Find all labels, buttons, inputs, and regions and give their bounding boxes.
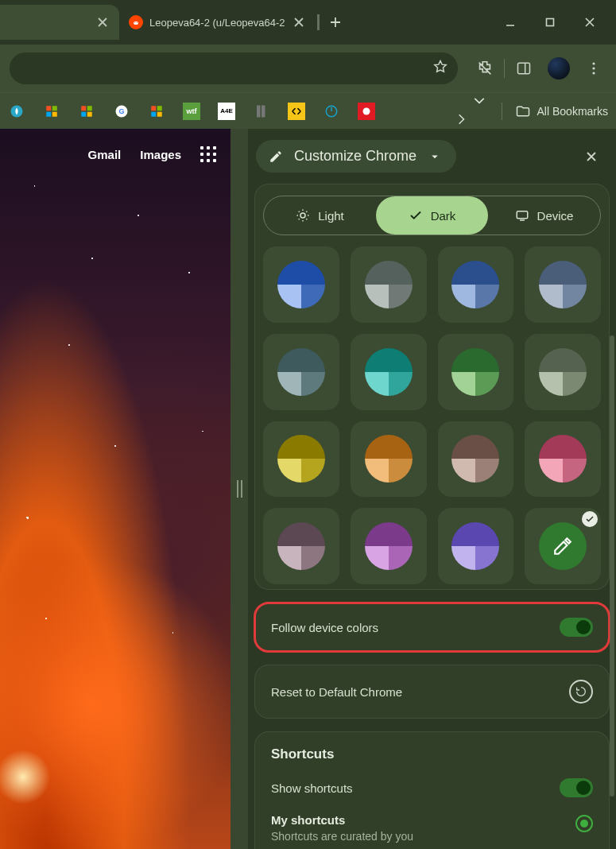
color-swatch[interactable] (525, 334, 601, 410)
splitter-handle[interactable] (231, 129, 248, 849)
follow-device-colors-row: Follow device colors (254, 603, 610, 652)
svg-rect-26 (257, 105, 261, 117)
color-swatch[interactable] (263, 334, 339, 410)
reset-default-label: Reset to Default Chrome (271, 685, 402, 699)
bookmark-item[interactable]: A4E (218, 103, 235, 120)
svg-point-2 (134, 22, 135, 23)
extensions-icon[interactable] (469, 52, 501, 84)
color-swatch[interactable] (351, 421, 427, 498)
radio-button[interactable] (575, 815, 593, 832)
color-swatch[interactable] (351, 246, 427, 323)
follow-device-label: Follow device colors (271, 621, 378, 634)
color-swatch-grid (263, 246, 601, 584)
maximize-button[interactable] (541, 14, 559, 31)
show-shortcuts-label: Show shortcuts (271, 781, 353, 795)
menu-kebab-icon[interactable] (578, 52, 610, 84)
svg-point-31 (300, 213, 305, 218)
bookmark-item[interactable] (8, 103, 25, 120)
svg-rect-18 (81, 111, 86, 116)
customize-dropdown[interactable]: Customize Chrome (256, 140, 456, 173)
bookmark-star-icon[interactable] (432, 59, 448, 78)
sidepanel-icon[interactable] (508, 52, 540, 84)
apps-grid-icon[interactable] (200, 146, 216, 162)
color-swatch[interactable] (438, 508, 514, 584)
all-bookmarks-button[interactable]: All Bookmarks (515, 103, 608, 119)
svg-rect-15 (52, 111, 57, 116)
follow-device-toggle[interactable] (560, 618, 593, 637)
titlebar: Leopeva64-2 (u/Leopeva64-2 (0, 0, 616, 45)
toolbar (0, 45, 616, 92)
close-icon[interactable] (95, 15, 110, 29)
color-swatch[interactable] (263, 421, 339, 498)
omnibox[interactable] (10, 52, 458, 84)
theme-dark-label: Dark (431, 209, 456, 223)
close-icon[interactable] (292, 15, 306, 29)
color-swatch[interactable] (525, 246, 601, 323)
bookmark-item[interactable] (323, 103, 340, 120)
gmail-link[interactable]: Gmail (88, 148, 122, 161)
panel-scrollbar[interactable] (610, 335, 614, 797)
new-tab-page: Gmail Images (0, 129, 231, 849)
svg-rect-17 (87, 106, 92, 110)
svg-point-3 (137, 22, 138, 23)
bookmark-item[interactable] (288, 103, 305, 120)
bookmark-item[interactable] (253, 103, 270, 120)
tab-active[interactable] (0, 5, 119, 40)
color-swatch[interactable] (263, 508, 339, 584)
bookmarks-bar: G wtf A4E All Bookmarks (0, 92, 616, 129)
tab-separator (317, 14, 320, 30)
svg-rect-24 (151, 111, 156, 116)
color-swatch[interactable] (438, 334, 514, 410)
overflow-chevron-icon[interactable] (471, 93, 489, 130)
bookmark-item[interactable]: wtf (183, 103, 200, 120)
theme-mode-light[interactable]: Light (264, 196, 376, 235)
svg-rect-14 (46, 111, 51, 116)
all-bookmarks-label: All Bookmarks (537, 105, 608, 118)
color-swatch[interactable] (263, 246, 339, 323)
bookmark-item[interactable] (148, 103, 165, 120)
bookmark-item[interactable] (358, 103, 375, 120)
shortcut-option[interactable]: My shortcutsShortcuts are curated by you (271, 805, 593, 849)
theme-mode-device[interactable]: Device (488, 196, 600, 235)
selected-check-icon (582, 511, 598, 527)
appearance-card: Light Dark Device (254, 184, 610, 590)
svg-rect-6 (518, 63, 530, 73)
new-tab-button[interactable] (324, 11, 347, 33)
svg-rect-22 (151, 106, 156, 110)
bookmark-item[interactable] (78, 103, 95, 120)
reddit-icon (129, 15, 143, 29)
panel-close-button[interactable] (578, 143, 605, 170)
svg-rect-25 (157, 111, 162, 116)
tab-inactive[interactable]: Leopeva64-2 (u/Leopeva64-2 (119, 5, 316, 40)
theme-device-label: Device (537, 209, 574, 223)
svg-text:G: G (118, 107, 124, 115)
svg-rect-13 (52, 106, 57, 110)
svg-point-8 (592, 62, 595, 64)
minimize-button[interactable] (502, 14, 519, 31)
images-link[interactable]: Images (140, 148, 181, 161)
svg-rect-19 (87, 111, 92, 116)
svg-rect-27 (262, 105, 265, 117)
svg-rect-12 (46, 106, 51, 110)
profile-avatar[interactable] (543, 52, 575, 84)
show-shortcuts-toggle[interactable] (560, 778, 593, 797)
color-swatch[interactable] (351, 508, 427, 584)
panel-title: Customize Chrome (294, 148, 416, 165)
bookmark-item[interactable]: G (113, 103, 130, 120)
tab-title: Leopeva64-2 (u/Leopeva64-2 (149, 17, 285, 29)
color-swatch[interactable] (351, 334, 427, 410)
theme-mode-dark[interactable]: Dark (376, 196, 488, 235)
svg-rect-32 (517, 211, 528, 219)
color-swatch[interactable] (438, 421, 514, 498)
customize-panel: Customize Chrome Light Dark (248, 129, 616, 849)
color-swatch[interactable] (525, 421, 601, 498)
color-swatch[interactable] (438, 246, 514, 323)
shortcuts-card: Shortcuts Show shortcuts My shortcutsSho… (254, 731, 610, 849)
svg-rect-16 (81, 106, 86, 110)
bookmark-item[interactable] (43, 103, 60, 120)
svg-point-9 (592, 67, 595, 69)
theme-mode-segmented: Light Dark Device (263, 196, 601, 235)
close-button[interactable] (581, 14, 599, 31)
color-swatch[interactable] (525, 508, 601, 584)
reset-default-row[interactable]: Reset to Default Chrome (254, 665, 610, 719)
